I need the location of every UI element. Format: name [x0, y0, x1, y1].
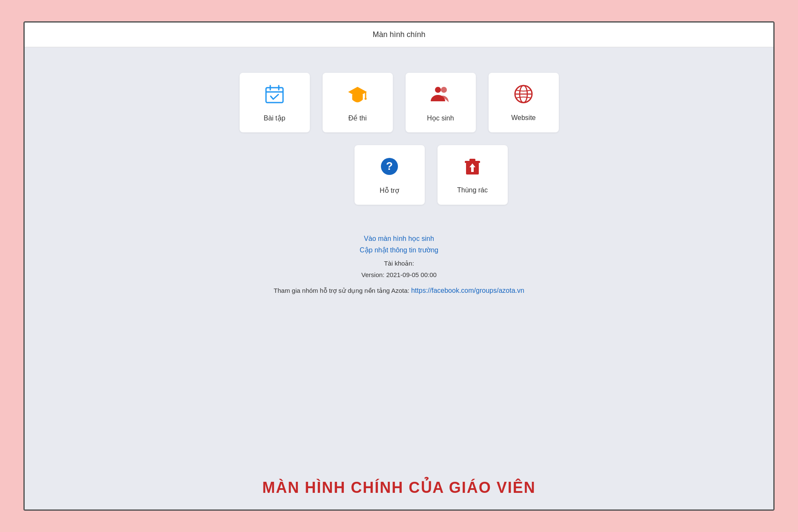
graduation-icon — [347, 83, 368, 109]
dethi-label: Đề thi — [349, 114, 367, 122]
svg-point-8 — [441, 87, 447, 93]
support-link[interactable]: https://facebook.com/groups/azota.vn — [411, 287, 524, 294]
support-text: Tham gia nhóm hỗ trợ sử dụng nền tảng Az… — [274, 287, 409, 294]
svg-point-6 — [365, 97, 367, 100]
account-label: Tài khoản: — [384, 260, 414, 267]
website-card[interactable]: Website — [489, 73, 559, 132]
version-text: Version: 2021-09-05 00:00 — [361, 271, 437, 278]
dethi-card[interactable]: Đề thi — [323, 73, 393, 132]
svg-point-7 — [435, 87, 441, 93]
bottom-caption-area: MÀN HÌNH CHÍNH CỦA GIÁO VIÊN — [25, 468, 773, 509]
app-window: Màn hình chính — [23, 21, 775, 511]
svg-text:?: ? — [386, 160, 393, 172]
baitap-card[interactable]: Bài tập — [240, 73, 310, 132]
window-title: Màn hình chính — [372, 30, 425, 39]
footer-section: Vào màn hình học sinh Cập nhật thông tin… — [274, 235, 524, 297]
support-info: Tham gia nhóm hỗ trợ sử dụng nền tảng Az… — [274, 285, 524, 297]
thungrach-card[interactable]: Thùng rác — [438, 145, 508, 205]
students-icon — [430, 83, 451, 109]
globe-icon — [513, 83, 534, 109]
hotro-card[interactable]: ? Hỗ trợ — [355, 145, 425, 205]
hocsinh-card[interactable]: Học sinh — [406, 73, 476, 132]
title-bar: Màn hình chính — [25, 23, 773, 47]
website-label: Website — [511, 114, 536, 122]
account-info: Tài khoản: Version: 2021-09-05 00:00 — [274, 257, 524, 280]
svg-rect-16 — [469, 159, 475, 161]
menu-row-2: ? Hỗ trợ — [291, 145, 508, 205]
hotro-label: Hỗ trợ — [380, 186, 399, 194]
hocsinh-screen-link[interactable]: Vào màn hình học sinh — [274, 235, 524, 243]
help-circle-icon: ? — [379, 156, 400, 181]
baitap-label: Bài tập — [264, 114, 286, 122]
menu-row-1: Bài tập Đề thi — [240, 73, 559, 132]
menu-grid: Bài tập Đề thi — [176, 73, 623, 205]
bottom-caption-text: MÀN HÌNH CHÍNH CỦA GIÁO VIÊN — [25, 479, 773, 497]
trash-icon — [462, 156, 483, 181]
svg-rect-0 — [266, 88, 283, 103]
update-school-link[interactable]: Cập nhật thông tin trường — [274, 246, 524, 254]
thungrach-label: Thùng rác — [457, 186, 488, 194]
hocsinh-label: Học sinh — [427, 114, 454, 122]
calendar-check-icon — [264, 83, 285, 109]
content-area: Bài tập Đề thi — [25, 47, 773, 468]
